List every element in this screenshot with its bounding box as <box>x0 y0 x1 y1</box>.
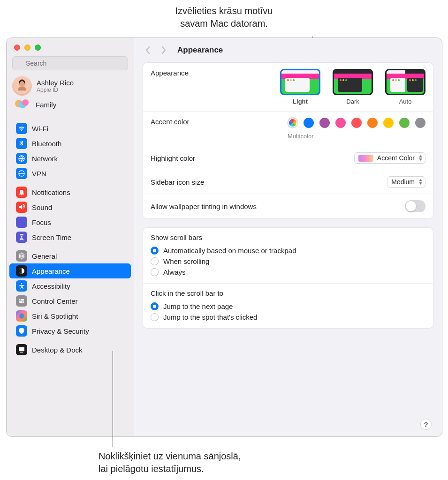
appearance-option-auto-label: Auto <box>399 98 412 105</box>
sidebar-item-notifications[interactable]: Notifications <box>9 185 131 200</box>
sidebar-item-bluetooth[interactable]: Bluetooth <box>9 136 131 151</box>
scrollclick-option-0[interactable]: Jump to the next page <box>151 301 425 312</box>
sidebar-item-privacy[interactable]: Privacy & Security <box>9 323 131 338</box>
family-row[interactable]: Family <box>7 98 134 115</box>
sidebar-item-label: Notifications <box>32 188 70 196</box>
row-wallpaper-tinting: Allow wallpaper tinting in windows <box>143 194 433 218</box>
search-wrap <box>7 51 134 73</box>
svg-point-16 <box>18 313 24 319</box>
scrollbars-option-1[interactable]: When scrolling <box>151 256 425 267</box>
sidebar-item-controlcenter[interactable]: Control Center <box>9 293 131 308</box>
sidebar-item-label: Screen Time <box>32 233 71 241</box>
callout-bottom-pointer <box>113 351 113 447</box>
scrollclick-option-1[interactable]: Jump to the spot that's clicked <box>151 312 425 322</box>
vpn-icon <box>16 168 27 179</box>
appearance-icon <box>16 265 27 277</box>
focus-icon <box>16 217 27 228</box>
panel-appearance: Appearance Light Dark <box>143 62 433 219</box>
sidebar-item-general[interactable]: General <box>9 248 131 263</box>
sidebar-item-network[interactable]: Network <box>9 151 131 166</box>
general-icon <box>16 250 27 262</box>
wallpaper-tinting-label: Allow wallpaper tinting in windows <box>151 202 257 210</box>
sidebar-item-sound[interactable]: Sound <box>9 200 131 215</box>
sidebar-nav: Wi-FiBluetoothNetworkVPNNotificationsSou… <box>7 115 134 359</box>
scrollbars-option-0[interactable]: Automatically based on mouse or trackpad <box>151 245 425 256</box>
svg-point-9 <box>21 255 23 257</box>
accent-color-6[interactable] <box>383 118 394 128</box>
accent-color-7[interactable] <box>399 118 410 128</box>
sidebar-item-wifi[interactable]: Wi-Fi <box>9 121 131 136</box>
minimize-button[interactable] <box>24 45 30 51</box>
back-button[interactable] <box>143 44 153 56</box>
scrollclick-option-label: Jump to the next page <box>163 302 233 310</box>
sidebar-item-focus[interactable]: Focus <box>9 215 131 230</box>
sidebar-item-label: Focus <box>32 218 51 226</box>
account-row[interactable]: Ashley Rico Apple ID <box>7 73 134 98</box>
family-icon <box>13 98 31 111</box>
radio-icon <box>151 268 159 276</box>
chevron-updown-icon <box>418 155 423 161</box>
callout-top-line2: savam Mac datoram. <box>0 17 448 30</box>
accent-color-1[interactable] <box>304 118 314 128</box>
account-name: Ashley Rico <box>37 79 74 87</box>
family-label: Family <box>36 101 56 109</box>
appearance-option-auto[interactable]: Auto <box>385 69 425 105</box>
highlight-label: Highlight color <box>151 154 195 162</box>
radio-icon <box>151 313 159 321</box>
accent-color-5[interactable] <box>367 118 378 128</box>
search-input[interactable] <box>12 56 128 70</box>
sidebar-item-accessibility[interactable]: Accessibility <box>9 278 131 293</box>
svg-point-11 <box>21 283 23 285</box>
screentime-icon <box>16 232 27 243</box>
radio-icon <box>151 257 159 265</box>
sound-icon <box>16 202 27 213</box>
sidebar-icon-label: Sidebar icon size <box>151 178 204 186</box>
controlcenter-icon <box>16 295 27 307</box>
scrollbars-option-2[interactable]: Always <box>151 267 425 278</box>
sidebar-item-label: Desktop & Dock <box>32 346 83 354</box>
accent-color-0[interactable] <box>288 118 298 128</box>
sidebar-item-label: Network <box>32 155 58 163</box>
chevron-updown-icon <box>418 179 423 185</box>
row-scrollclick: Click in the scroll bar to Jump to the n… <box>143 284 433 328</box>
sidebar-item-appearance[interactable]: Appearance <box>9 263 131 278</box>
sidebar-item-vpn[interactable]: VPN <box>9 166 131 181</box>
appearance-option-dark[interactable]: Dark <box>333 69 373 105</box>
wifi-icon <box>16 123 27 134</box>
accent-color-8[interactable] <box>415 118 425 128</box>
sidebar-item-siri[interactable]: Siri & Spotlight <box>9 308 131 323</box>
close-button[interactable] <box>14 45 20 51</box>
sidebar-icon-popup[interactable]: Medium <box>387 176 425 188</box>
zoom-button[interactable] <box>35 45 41 51</box>
row-appearance: Appearance Light Dark <box>143 63 433 112</box>
account-sub: Apple ID <box>37 87 74 93</box>
notifications-icon <box>16 187 27 198</box>
row-accent: Accent color Multicolor <box>143 112 433 146</box>
accent-color-3[interactable] <box>335 118 346 128</box>
callout-bottom: Noklikšķiniet uz vienuma sānjoslā, lai p… <box>99 450 241 475</box>
settings-window: Ashley Rico Apple ID Family Wi-FiBluetoo… <box>6 38 442 437</box>
avatar <box>12 76 32 96</box>
forward-button[interactable] <box>159 44 169 56</box>
accent-color-4[interactable] <box>351 118 362 128</box>
appearance-option-light[interactable]: Light <box>280 69 320 105</box>
scrollbars-option-label: Always <box>163 268 186 276</box>
window-controls <box>7 38 134 51</box>
sidebar-item-label: Siri & Spotlight <box>32 312 78 320</box>
row-sidebar-icon-size: Sidebar icon size Medium <box>143 170 433 194</box>
sidebar-item-label: Appearance <box>32 267 70 275</box>
accent-wrap: Multicolor <box>288 118 425 140</box>
sidebar-item-screentime[interactable]: Screen Time <box>9 230 131 245</box>
account-text: Ashley Rico Apple ID <box>37 79 74 93</box>
wallpaper-tinting-switch[interactable] <box>405 200 425 212</box>
appearance-label: Appearance <box>151 69 189 77</box>
sidebar-item-label: General <box>32 252 57 260</box>
highlight-popup[interactable]: Accent Color <box>354 152 425 164</box>
help-button[interactable]: ? <box>420 419 432 430</box>
accent-color-2[interactable] <box>319 118 330 128</box>
callout-top: Izvēlieties krāsu motīvu savam Mac dator… <box>0 5 448 30</box>
radio-icon <box>151 247 159 255</box>
row-scrollbars: Show scroll bars Automatically based on … <box>143 228 433 284</box>
sidebar-item-label: VPN <box>32 170 46 178</box>
scrollbars-option-label: Automatically based on mouse or trackpad <box>163 247 296 255</box>
